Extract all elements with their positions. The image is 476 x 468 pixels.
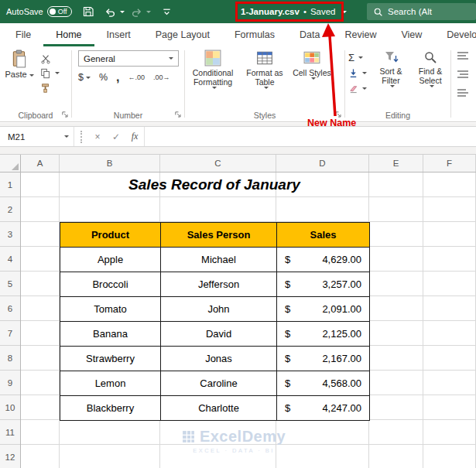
column-header-A[interactable]: A [21, 155, 60, 172]
sort-filter-button[interactable]: Sort & Filter [372, 50, 410, 87]
format-painter-button[interactable] [40, 80, 60, 95]
table-header-cell[interactable]: Product [60, 223, 161, 248]
product-cell[interactable]: Broccoli [60, 272, 161, 297]
row-header-8[interactable]: 8 [0, 346, 20, 371]
exceldemy-logo-icon [182, 430, 195, 443]
cancel-button[interactable]: × [88, 127, 107, 146]
sales-person-cell[interactable]: Caroline [161, 371, 277, 396]
undo-icon [104, 6, 116, 18]
save-button[interactable] [78, 2, 98, 22]
column-header-E[interactable]: E [369, 155, 423, 172]
format-as-table-button[interactable]: Format as Table [239, 50, 290, 89]
row-header-10[interactable]: 10 [0, 395, 20, 420]
currency-symbol: $ [285, 402, 290, 414]
cut-button[interactable] [40, 51, 60, 66]
tab-developer[interactable]: Developer [434, 23, 476, 46]
sales-cell[interactable]: $4,247.00 [277, 396, 370, 421]
row-header-7[interactable]: 7 [0, 321, 20, 346]
product-cell[interactable]: Strawberry [60, 347, 161, 371]
row-header-11[interactable]: 11 [0, 420, 20, 445]
tab-review[interactable]: Review [332, 23, 389, 46]
grid-area[interactable]: Sales Record of January ExcelDemy EXCEL … [21, 173, 476, 468]
row-header-12[interactable]: 12 [0, 445, 20, 468]
sales-cell[interactable]: $2,167.00 [277, 347, 370, 371]
autosave-toggle[interactable]: AutoSave Off [6, 6, 72, 17]
sales-person-cell[interactable]: Charlotte [161, 396, 277, 421]
sales-person-cell[interactable]: Michael [161, 248, 277, 272]
row-header-4[interactable]: 4 [0, 247, 20, 272]
find-select-button[interactable]: Find & Select [411, 50, 450, 87]
annotation-highlight-box [235, 2, 344, 22]
increase-decimal-button[interactable]: ←.00 [128, 73, 146, 81]
sales-amount: 4,247.00 [322, 402, 361, 414]
customize-quick-access-button[interactable] [157, 2, 177, 22]
column-header-C[interactable]: C [160, 155, 276, 172]
undo-button[interactable] [104, 2, 125, 22]
conditional-formatting-button[interactable]: Conditional Formatting [187, 50, 239, 89]
tab-home[interactable]: Home [43, 23, 94, 46]
row-header-9[interactable]: 9 [0, 371, 20, 395]
product-cell[interactable]: Banana [60, 322, 161, 347]
column-header-F[interactable]: F [423, 155, 476, 172]
row-header-6[interactable]: 6 [0, 296, 20, 321]
redo-button[interactable] [131, 2, 151, 22]
comma-style-button[interactable]: , [116, 73, 119, 81]
formula-input[interactable] [144, 127, 476, 146]
sales-person-cell[interactable]: Jefferson [161, 272, 277, 297]
row-header-3[interactable]: 3 [0, 222, 20, 247]
number-format-dropdown[interactable]: General [78, 50, 179, 67]
number-dialog-launcher[interactable] [174, 111, 182, 118]
accounting-format-button[interactable]: $ [78, 72, 91, 83]
sales-cell[interactable]: $4,629.00 [277, 248, 370, 272]
autosave-switch[interactable]: Off [47, 6, 72, 17]
cell-styles-button[interactable]: Cell Styles [290, 50, 334, 89]
name-box[interactable]: M21 [0, 127, 74, 146]
sales-cell[interactable]: $3,257.00 [277, 272, 370, 297]
sales-cell[interactable]: $4,568.00 [277, 371, 370, 396]
search-input[interactable]: Search (Alt [367, 3, 476, 20]
table-header-cell[interactable]: Sales [277, 223, 370, 248]
watermark-tagline: EXCEL · DATA · BI [149, 447, 319, 454]
product-cell[interactable]: Blackberry [60, 396, 161, 421]
fill-button[interactable] [348, 65, 367, 80]
select-all-corner[interactable] [0, 155, 21, 172]
autosum-button[interactable]: Σ [348, 50, 367, 65]
enter-button[interactable]: ✓ [107, 127, 125, 146]
row-header-1[interactable]: 1 [0, 173, 20, 197]
column-header-D[interactable]: D [276, 155, 369, 172]
copy-icon [40, 68, 51, 79]
row-header-2[interactable]: 2 [0, 197, 20, 222]
align-lines-icon[interactable] [457, 70, 469, 79]
table-header-cell[interactable]: Sales Person [161, 223, 277, 248]
clipboard-dialog-launcher[interactable] [61, 111, 69, 118]
product-cell[interactable]: Lemon [60, 371, 161, 396]
sales-cell[interactable]: $2,091.00 [277, 297, 370, 322]
insert-function-button[interactable]: fx [125, 127, 144, 146]
sales-person-cell[interactable]: David [161, 322, 277, 347]
sales-person-cell[interactable]: Jonas [161, 347, 277, 371]
percent-style-button[interactable]: % [99, 72, 108, 83]
align-lines-icon[interactable] [457, 51, 469, 60]
tab-formulas[interactable]: Formulas [222, 23, 287, 46]
product-cell[interactable]: Tomato [60, 297, 161, 322]
tab-page-layout[interactable]: Page Layout [143, 23, 222, 46]
product-cell[interactable]: Apple [60, 248, 161, 272]
sheet-title-cell[interactable]: Sales Record of January [60, 173, 369, 197]
tab-data[interactable]: Data [287, 23, 332, 46]
tab-view[interactable]: View [389, 23, 434, 46]
copy-button[interactable] [40, 66, 60, 80]
watermark: ExcelDemy EXCEL · DATA · BI [149, 428, 319, 454]
currency-symbol: $ [285, 328, 290, 340]
sales-person-cell[interactable]: John [161, 297, 277, 322]
sales-cell[interactable]: $2,125.00 [277, 322, 370, 347]
tab-insert[interactable]: Insert [94, 23, 143, 46]
tab-file[interactable]: File [3, 23, 43, 46]
row-header-5[interactable]: 5 [0, 272, 20, 296]
chevron-down-icon [362, 87, 367, 90]
paste-button[interactable]: Paste [4, 50, 35, 79]
currency-symbol: $ [285, 254, 290, 265]
align-lines-icon[interactable] [457, 88, 469, 97]
clear-button[interactable] [348, 80, 367, 96]
column-header-B[interactable]: B [60, 155, 160, 172]
decrease-decimal-button[interactable]: .00→ [153, 73, 170, 81]
